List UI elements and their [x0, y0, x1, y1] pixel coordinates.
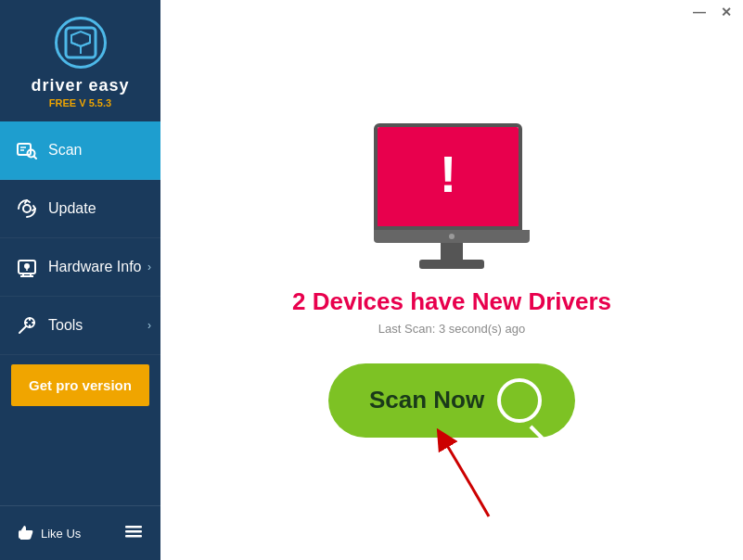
minimize-button[interactable]: — [693, 6, 706, 19]
sidebar-item-scan[interactable]: Scan [0, 121, 160, 180]
sidebar-item-update[interactable]: Update [0, 180, 160, 238]
last-scan-text: Last Scan: 3 second(s) ago [378, 322, 525, 336]
scan-now-container: Scan Now [328, 363, 575, 438]
monitor-screen-inner: ! [378, 127, 519, 226]
monitor-neck [441, 243, 463, 260]
logo-svg [64, 26, 97, 59]
search-handle [530, 425, 544, 439]
window-controls: — ✕ [693, 6, 732, 19]
scan-now-label: Scan Now [369, 386, 484, 414]
menu-icon[interactable] [123, 521, 144, 545]
sidebar-item-tools[interactable]: Tools › [0, 297, 160, 355]
exclamation-mark: ! [440, 148, 457, 200]
monitor-illustration: ! [374, 123, 530, 269]
scan-icon [15, 138, 39, 162]
app-name: driver easy [31, 76, 129, 95]
arrow-annotation [415, 428, 526, 521]
svg-point-6 [23, 205, 31, 212]
get-pro-button[interactable]: Get pro version [11, 364, 149, 406]
like-us-area[interactable]: Like Us [17, 524, 81, 542]
like-us-label: Like Us [41, 527, 81, 541]
svg-point-11 [25, 264, 29, 268]
tools-chevron: › [147, 319, 151, 332]
sidebar-bottom: Like Us [0, 505, 160, 560]
main-content: ! 2 Devices have New Drivers Last Scan: … [160, 0, 743, 560]
svg-line-3 [34, 157, 37, 159]
sidebar-logo: driver easy FREE V 5.5.3 [0, 0, 160, 121]
devices-heading: 2 Devices have New Drivers [292, 287, 611, 316]
update-label: Update [48, 200, 96, 217]
svg-rect-15 [125, 530, 142, 533]
svg-rect-16 [125, 535, 142, 538]
hardware-info-chevron: › [147, 261, 151, 274]
thumbs-up-icon [17, 524, 35, 542]
sidebar: driver easy FREE V 5.5.3 Scan [0, 0, 160, 560]
monitor-base [419, 260, 484, 269]
hardware-info-icon [15, 255, 39, 279]
scan-label: Scan [48, 142, 82, 159]
close-button[interactable]: ✕ [721, 6, 732, 19]
monitor-chin [374, 230, 530, 243]
search-icon-wrap [497, 378, 542, 423]
svg-rect-1 [18, 144, 31, 155]
logo-icon [55, 17, 107, 69]
tools-icon [15, 313, 39, 337]
svg-rect-14 [125, 526, 142, 528]
scan-now-button[interactable]: Scan Now [328, 363, 575, 438]
sidebar-item-hardware-info[interactable]: Hardware Info › [0, 238, 160, 297]
monitor-dot [449, 234, 455, 239]
update-icon [15, 197, 39, 221]
search-circle [497, 378, 542, 423]
app-version: FREE V 5.5.3 [49, 97, 111, 108]
hardware-info-label: Hardware Info [48, 259, 142, 275]
monitor-screen: ! [374, 123, 522, 230]
tools-label: Tools [48, 317, 83, 334]
hamburger-icon [123, 521, 144, 541]
